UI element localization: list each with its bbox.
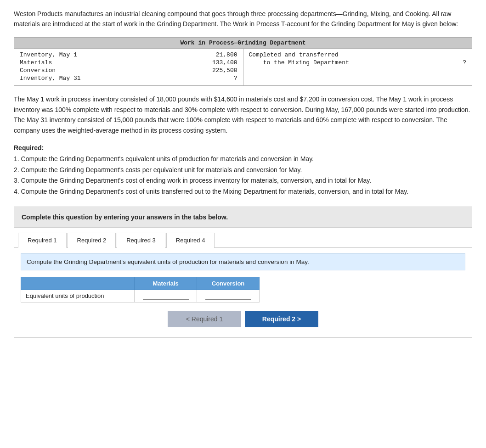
t-account-body: Inventory, May 1 21,800 Materials 133,40… (14, 49, 472, 85)
tab-required-2[interactable]: Required 2 (68, 233, 116, 248)
row-value: ? (439, 59, 466, 66)
conversion-input[interactable] (205, 292, 251, 300)
row-label: Completed and transferred (249, 51, 339, 58)
t-account-row: Inventory, May 31 ? (20, 75, 237, 82)
col-header-materials: Materials (135, 277, 197, 290)
row-label: Inventory, May 31 (20, 75, 81, 82)
row-label: Conversion (20, 67, 56, 74)
row-label: Materials (20, 59, 52, 66)
complete-question-box: Complete this question by entering your … (14, 207, 472, 228)
production-table: Materials Conversion Equivalent units of… (21, 277, 260, 302)
table-row: Equivalent units of production (21, 290, 260, 302)
materials-input-cell (135, 290, 197, 302)
tabs-row: Required 1 Required 2 Required 3 Require… (14, 228, 472, 248)
t-account-row: Conversion 225,500 (20, 67, 237, 74)
t-account-right: Completed and transferred to the Mixing … (243, 49, 472, 85)
body-paragraph: The May 1 work in process inventory cons… (14, 94, 472, 135)
t-account-row: to the Mixing Department ? (249, 59, 467, 66)
t-account-row: Inventory, May 1 21,800 (20, 51, 237, 58)
t-account: Work in Process—Grinding Department Inve… (14, 37, 472, 86)
tab-description: Compute the Grinding Department's equiva… (21, 253, 465, 270)
next-button[interactable]: Required 2 > (245, 311, 318, 327)
t-account-left: Inventory, May 1 21,800 Materials 133,40… (14, 49, 243, 85)
required-item-4: 4. Compute the Grinding Department's cos… (14, 188, 408, 195)
t-account-header: Work in Process—Grinding Department (14, 38, 472, 49)
nav-buttons: < Required 1 Required 2 > (21, 311, 465, 332)
row-label: to the Mixing Department (249, 59, 349, 66)
required-section: Required: 1. Compute the Grinding Depart… (14, 143, 472, 197)
row-value (439, 51, 466, 58)
conversion-input-cell (197, 290, 260, 302)
row-value: 21,800 (210, 51, 237, 58)
row-value: ? (210, 75, 237, 82)
row-value: 133,400 (210, 59, 237, 66)
materials-input[interactable] (143, 292, 189, 300)
required-item-3: 3. Compute the Grinding Department's cos… (14, 177, 371, 184)
required-title: Required: (14, 144, 44, 151)
col-header-empty (21, 277, 135, 290)
tab-required-4[interactable]: Required 4 (166, 233, 215, 248)
row-value: 225,500 (210, 67, 237, 74)
tabs-container: Required 1 Required 2 Required 3 Require… (14, 228, 472, 338)
prev-button[interactable]: < Required 1 (168, 311, 241, 327)
required-item-2: 2. Compute the Grinding Department's cos… (14, 166, 302, 174)
t-account-row: Completed and transferred (249, 51, 467, 58)
col-header-conversion: Conversion (197, 277, 260, 290)
tab-content-area: Compute the Grinding Department's equiva… (14, 248, 472, 337)
intro-paragraph: Weston Products manufactures an industri… (14, 9, 472, 29)
required-item-1: 1. Compute the Grinding Department's equ… (14, 155, 314, 162)
tab-required-1[interactable]: Required 1 (18, 233, 67, 248)
t-account-row: Materials 133,400 (20, 59, 237, 66)
row-label-equiv-units: Equivalent units of production (21, 290, 135, 302)
tab-required-3[interactable]: Required 3 (117, 233, 165, 248)
row-label: Inventory, May 1 (20, 51, 77, 58)
